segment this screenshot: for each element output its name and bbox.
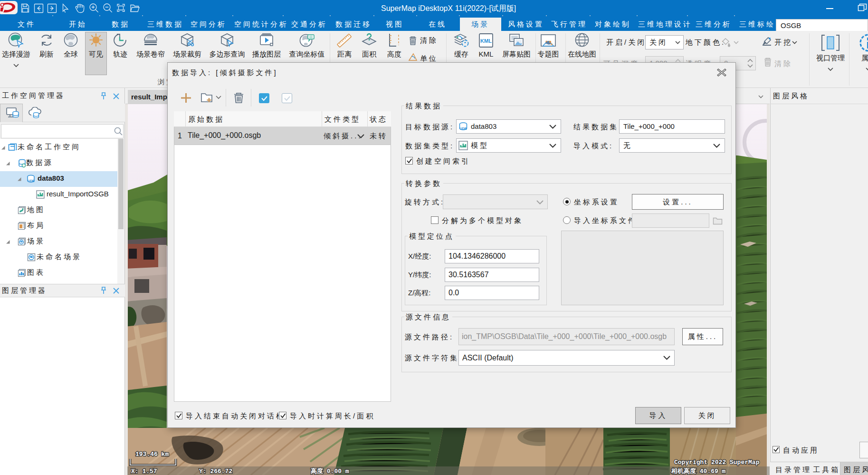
svg-text:UDB: UDB bbox=[28, 179, 34, 183]
svg-text:193.46 km: 193.46 km bbox=[135, 451, 169, 458]
svg-text:相机高度 40.69 m: 相机高度 40.69 m bbox=[671, 467, 726, 475]
svg-text:Y: 266.72: Y: 266.72 bbox=[199, 468, 232, 475]
svg-text:高度 0.00 m: 高度 0.00 m bbox=[311, 467, 349, 475]
svg-text:KML: KML bbox=[480, 38, 492, 44]
svg-text:X: 1.57: X: 1.57 bbox=[131, 468, 157, 475]
svg-text:UDB: UDB bbox=[459, 127, 467, 130]
svg-text:Copyright 2022 SuperMap: Copyright 2022 SuperMap bbox=[674, 459, 760, 466]
